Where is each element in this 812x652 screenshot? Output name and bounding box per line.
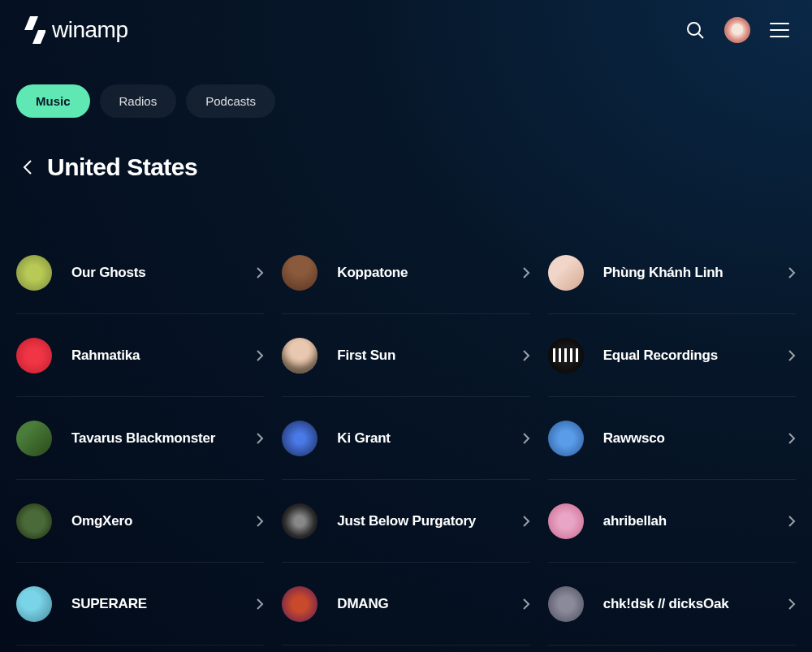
- app-header: winamp: [0, 0, 812, 60]
- tab-music[interactable]: Music: [16, 84, 90, 118]
- artist-avatar: [16, 503, 52, 539]
- artist-row[interactable]: Just Below Purgatory: [282, 480, 529, 563]
- tab-radios[interactable]: Radios: [100, 84, 177, 118]
- artist-avatar: [16, 586, 52, 622]
- artist-name: Tavarus Blackmonster: [71, 430, 236, 447]
- artist-name: First Sun: [337, 348, 502, 364]
- artist-avatar: [282, 586, 317, 622]
- artist-row[interactable]: OmgXero: [16, 480, 264, 563]
- chevron-right-icon: [256, 349, 264, 362]
- artist-name: Just Below Purgatory: [337, 513, 502, 529]
- artist-name: chk!dsk // dicksOak: [603, 596, 768, 612]
- chevron-right-icon: [522, 598, 530, 611]
- artist-name: Equal Recordings: [603, 348, 768, 364]
- svg-point-0: [688, 23, 700, 35]
- artist-row[interactable]: Phùng Khánh Linh: [548, 231, 796, 314]
- artist-name: Rahmatika: [71, 348, 236, 364]
- logo-text: winamp: [52, 17, 127, 43]
- logo[interactable]: winamp: [23, 16, 127, 44]
- artist-name: Koppatone: [337, 265, 502, 281]
- chevron-right-icon: [522, 432, 530, 445]
- artist-avatar: [282, 421, 317, 456]
- artist-name: Ki Grant: [337, 430, 502, 447]
- title-row: United States: [0, 153, 812, 181]
- user-avatar[interactable]: [724, 17, 750, 43]
- artist-grid: Our Ghosts Koppatone Phùng Khánh Linh Ra…: [0, 231, 812, 646]
- header-actions: [685, 17, 789, 43]
- artist-row[interactable]: Koppatone: [282, 231, 529, 314]
- winamp-logo-icon: [23, 16, 45, 44]
- chevron-right-icon: [256, 266, 264, 279]
- svg-line-1: [699, 34, 704, 39]
- artist-row[interactable]: Rahmatika: [16, 314, 264, 397]
- artist-name: Rawwsco: [603, 430, 768, 447]
- artist-avatar: [548, 255, 584, 291]
- artist-avatar: [548, 503, 584, 539]
- chevron-right-icon: [788, 598, 796, 611]
- artist-avatar: [282, 338, 317, 373]
- artist-avatar: [548, 586, 584, 622]
- artist-row[interactable]: chk!dsk // dicksOak: [548, 563, 796, 646]
- chevron-right-icon: [522, 349, 530, 362]
- page-title: United States: [47, 153, 197, 181]
- chevron-right-icon: [522, 515, 530, 528]
- search-icon[interactable]: [685, 20, 705, 40]
- artist-name: DMANG: [337, 596, 502, 612]
- chevron-right-icon: [788, 432, 796, 445]
- artist-row[interactable]: Rawwsco: [548, 397, 796, 480]
- artist-name: Our Ghosts: [71, 265, 236, 281]
- artist-avatar: [16, 255, 52, 291]
- artist-avatar: [16, 338, 52, 373]
- artist-name: OmgXero: [71, 513, 236, 529]
- artist-name: SUPERARE: [71, 596, 236, 612]
- artist-row[interactable]: Ki Grant: [282, 397, 529, 480]
- hamburger-menu-icon[interactable]: [770, 23, 789, 37]
- chevron-right-icon: [788, 515, 796, 528]
- chevron-right-icon: [522, 266, 530, 279]
- tab-podcasts[interactable]: Podcasts: [186, 84, 275, 118]
- artist-avatar: [282, 503, 317, 539]
- artist-row[interactable]: Equal Recordings: [548, 314, 796, 397]
- artist-row[interactable]: ahribellah: [548, 480, 796, 563]
- artist-row[interactable]: DMANG: [282, 563, 529, 646]
- artist-name: ahribellah: [603, 513, 768, 529]
- chevron-right-icon: [256, 432, 264, 445]
- category-tabs: Music Radios Podcasts: [0, 84, 812, 118]
- chevron-right-icon: [788, 349, 796, 362]
- artist-name: Phùng Khánh Linh: [603, 265, 768, 281]
- artist-row[interactable]: Our Ghosts: [16, 231, 264, 314]
- artist-avatar: [16, 421, 52, 456]
- artist-avatar: [548, 338, 584, 373]
- chevron-right-icon: [256, 598, 264, 611]
- artist-avatar: [548, 421, 584, 456]
- chevron-right-icon: [256, 515, 264, 528]
- artist-row[interactable]: First Sun: [282, 314, 529, 397]
- artist-avatar: [282, 255, 317, 291]
- artist-row[interactable]: SUPERARE: [16, 563, 264, 646]
- back-button[interactable]: [23, 159, 32, 175]
- artist-row[interactable]: Tavarus Blackmonster: [16, 397, 264, 480]
- chevron-right-icon: [788, 266, 796, 279]
- chevron-left-icon: [23, 159, 32, 175]
